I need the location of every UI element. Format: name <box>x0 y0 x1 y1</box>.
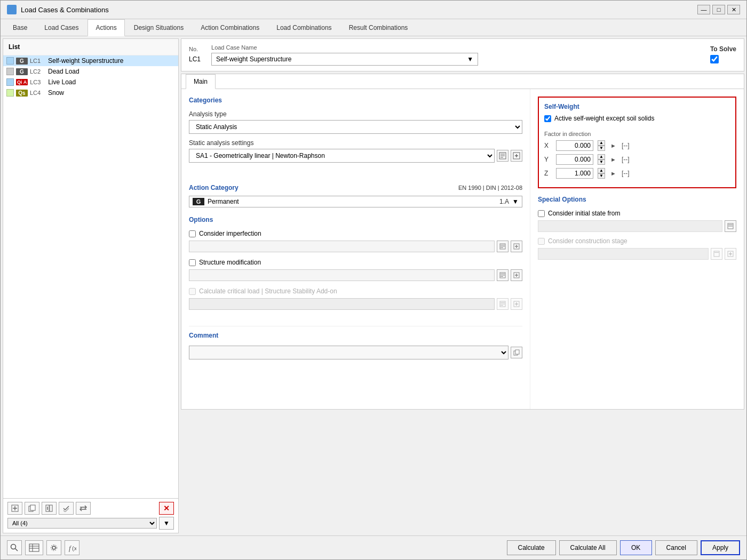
settings-add-button[interactable] <box>511 150 522 162</box>
duplicate-button[interactable] <box>25 502 39 515</box>
list-item[interactable]: Qi A LC3 Live Load <box>3 77 178 87</box>
imperfection-field <box>189 241 495 252</box>
title-bar-controls: — □ ✕ <box>697 5 740 14</box>
comment-copy-button[interactable] <box>511 347 522 358</box>
active-self-weight-checkbox[interactable] <box>544 115 551 122</box>
special-options-section: Special Options Consider initial state f… <box>538 196 736 260</box>
svg-rect-54 <box>29 544 39 551</box>
action-category-select[interactable]: G Permanent 1.A ▼ <box>189 196 522 207</box>
action-category-row: Action Category EN 1990 | DIN | 2012-08 <box>189 184 522 191</box>
structure-modification-checkbox[interactable] <box>189 259 196 266</box>
comment-select[interactable] <box>189 346 508 359</box>
ok-button[interactable]: OK <box>620 540 652 555</box>
svg-rect-43 <box>515 350 519 354</box>
close-button[interactable]: ✕ <box>727 5 740 14</box>
critical-edit-button[interactable] <box>497 298 508 310</box>
tab-actions[interactable]: Actions <box>88 19 124 36</box>
tab-load-combinations[interactable]: Load Combinations <box>268 19 339 36</box>
svg-point-59 <box>51 545 57 551</box>
main-content: List G LC1 Self-weight Superstructure G … <box>1 36 746 535</box>
tab-base[interactable]: Base <box>5 19 35 36</box>
formula-button[interactable]: f(x) <box>65 540 80 555</box>
factor-x-arrow[interactable]: ► <box>609 142 617 149</box>
active-self-weight-row: Active self-weight except soil solids <box>544 115 730 122</box>
factor-x-up[interactable]: ▲ <box>598 140 605 146</box>
cancel-button[interactable]: Cancel <box>655 540 697 555</box>
static-settings-select[interactable]: SA1 - Geometrically linear | Newton-Raph… <box>189 149 495 163</box>
tab-load-cases[interactable]: Load Cases <box>36 19 86 36</box>
stage-edit-button[interactable] <box>711 248 722 260</box>
factor-z-arrow[interactable]: ► <box>609 170 617 177</box>
maximize-button[interactable]: □ <box>712 5 725 14</box>
factor-x-input[interactable] <box>556 140 593 151</box>
svg-text:(x): (x) <box>72 545 76 551</box>
lc-badge: G <box>16 58 28 65</box>
factor-z-up[interactable]: ▲ <box>598 168 605 173</box>
factor-z-input[interactable] <box>556 168 593 179</box>
to-solve-label: To Solve <box>710 45 736 53</box>
initial-state-button[interactable] <box>725 220 736 232</box>
special-options-title: Special Options <box>538 196 736 203</box>
svg-rect-2 <box>8 10 11 13</box>
load-case-name-select[interactable]: Self-weight Superstructure ▼ <box>211 53 478 66</box>
structure-edit-button[interactable] <box>497 269 508 281</box>
stage-field <box>538 248 709 260</box>
structure-add-button[interactable] <box>511 269 522 281</box>
tab-design-situations[interactable]: Design Situations <box>126 19 192 36</box>
factor-y-unit: [--] <box>622 156 630 163</box>
add-item-button[interactable] <box>7 502 22 515</box>
apply-button[interactable]: Apply <box>701 540 740 555</box>
analysis-type-select[interactable]: Static Analysis <box>189 120 522 134</box>
right-panel: No. LC1 Load Case Name Self-weight Super… <box>181 38 744 533</box>
list-item[interactable]: G LC1 Self-weight Superstructure <box>3 55 178 66</box>
calculate-button[interactable]: Calculate <box>507 540 556 555</box>
tab-result-combinations[interactable]: Result Combinations <box>341 19 416 36</box>
imperfection-add-button[interactable] <box>511 241 522 252</box>
svg-rect-10 <box>50 505 52 511</box>
factor-x-down[interactable]: ▼ <box>598 146 605 151</box>
filter-dropdown-button[interactable]: ▼ <box>159 517 174 530</box>
imperfection-edit-button[interactable] <box>497 241 508 252</box>
settings-button[interactable] <box>46 540 61 555</box>
tab-action-combinations[interactable]: Action Combinations <box>193 19 267 36</box>
no-label: No. <box>189 46 201 52</box>
critical-add-button[interactable] <box>511 298 522 310</box>
table-view-button[interactable] <box>25 540 43 555</box>
structure-field <box>189 269 495 281</box>
search-button[interactable] <box>7 540 22 555</box>
list-item[interactable]: G LC2 Dead Load <box>3 66 178 77</box>
tab-main[interactable]: Main <box>186 74 216 89</box>
minimize-button[interactable]: — <box>697 5 710 14</box>
lc-number: LC3 <box>30 79 46 85</box>
delete-button[interactable]: ✕ <box>159 502 174 515</box>
consider-initial-row: Consider initial state from <box>538 210 736 217</box>
swap-button[interactable] <box>76 502 91 515</box>
to-solve-checkbox[interactable] <box>710 55 719 63</box>
svg-point-52 <box>11 545 16 549</box>
factor-z-down[interactable]: ▼ <box>598 173 605 179</box>
options-title: Options <box>189 216 522 223</box>
svg-rect-3 <box>12 10 15 13</box>
structure-modification-row: Structure modification <box>189 259 522 266</box>
right-content: Self-Weight Active self-weight except so… <box>530 89 744 409</box>
consider-imperfection-checkbox[interactable] <box>189 230 196 237</box>
structure-field-row <box>189 269 522 281</box>
lc-name: Live Load <box>48 78 76 86</box>
factor-y-row: Y ▲ ▼ ► [--] <box>544 154 730 165</box>
stage-add-button[interactable] <box>725 248 736 260</box>
factor-y-arrow[interactable]: ► <box>609 156 617 163</box>
consider-initial-checkbox[interactable] <box>538 210 545 217</box>
filter-select[interactable]: All (4) <box>7 518 157 529</box>
content-body: Categories Analysis type Static Analysis <box>181 89 744 409</box>
calculate-all-button[interactable]: Calculate All <box>559 540 617 555</box>
move-button[interactable] <box>42 502 57 515</box>
list-item[interactable]: Qs LC4 Snow <box>3 87 178 98</box>
svg-rect-1 <box>12 6 15 9</box>
factor-y-up[interactable]: ▲ <box>598 154 605 159</box>
lc-color-box <box>6 78 14 86</box>
factor-y-down[interactable]: ▼ <box>598 159 605 165</box>
settings-edit-button[interactable] <box>497 150 508 162</box>
check-button[interactable] <box>59 502 74 515</box>
factor-y-input[interactable] <box>556 154 593 165</box>
factor-z-spin: ▲ ▼ <box>598 168 605 179</box>
